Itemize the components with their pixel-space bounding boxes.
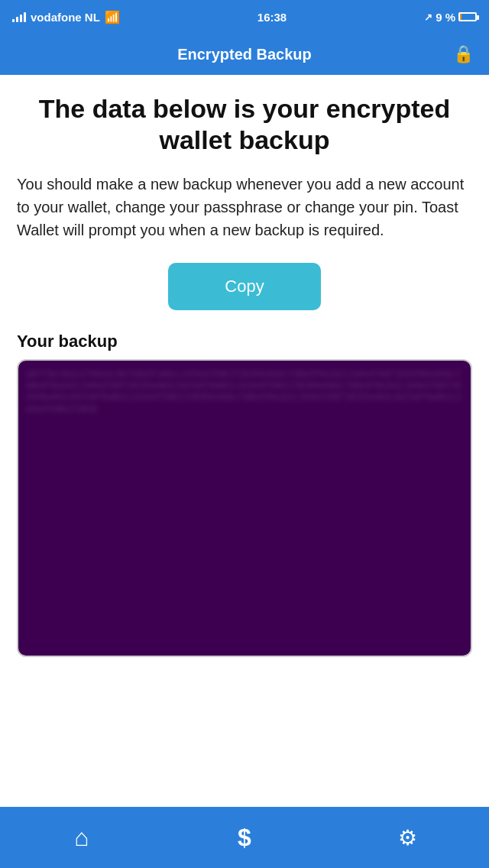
- description-text: You should make a new backup whenever yo…: [17, 173, 472, 241]
- dollar-icon: $: [238, 824, 251, 852]
- status-bar: vodafone NL 📶 16:38 ↗ 9 %: [0, 0, 489, 34]
- location-icon: ↗: [424, 11, 432, 23]
- tab-home[interactable]: ⌂: [59, 815, 105, 860]
- carrier-label: vodafone NL: [31, 11, 100, 24]
- backup-label: Your backup: [17, 332, 472, 351]
- tab-bar: ⌂ $ ⚙: [0, 807, 489, 868]
- nav-bar: Encrypted Backup 🔒: [0, 34, 489, 75]
- backup-text: a8f73bc9d1e2f04a5c6b7d8e9fa0b1c2d3e4f506…: [18, 361, 471, 656]
- gear-icon: ⚙: [398, 825, 417, 850]
- backup-box: a8f73bc9d1e2f04a5c6b7d8e9fa0b1c2d3e4f506…: [17, 359, 472, 657]
- battery-label: 9 %: [436, 11, 455, 24]
- copy-button[interactable]: Copy: [168, 263, 321, 310]
- signal-bars-icon: [12, 11, 26, 22]
- wifi-icon: 📶: [105, 10, 120, 24]
- lock-icon: 🔒: [453, 44, 474, 64]
- main-content: The data below is your encrypted wallet …: [0, 75, 489, 657]
- status-right: ↗ 9 %: [424, 11, 477, 24]
- nav-title: Encrypted Backup: [177, 46, 312, 63]
- battery-icon: [458, 12, 477, 21]
- status-left: vodafone NL 📶: [12, 10, 120, 24]
- time-label: 16:38: [257, 11, 287, 24]
- tab-dollar[interactable]: $: [222, 815, 267, 860]
- home-icon: ⌂: [74, 824, 89, 852]
- tab-settings[interactable]: ⚙: [384, 815, 430, 860]
- headline: The data below is your encrypted wallet …: [17, 93, 472, 156]
